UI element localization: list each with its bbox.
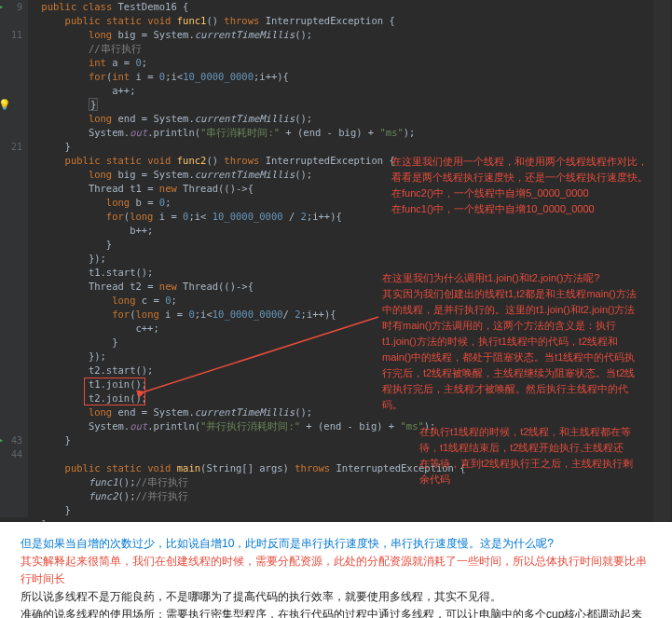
comment-serial: //串行执行 (89, 43, 142, 54)
minimap[interactable] (653, 0, 670, 522)
annotation-1: 在这里我们使用一个线程，和使用两个线程线程作对比，看看是两个线程执行速度快，还是… (391, 154, 652, 217)
footer-notes: 但是如果当自增的次数过少，比如说自增10，此时反而是串行执行速度快，串行执行速度… (0, 522, 672, 618)
line-gutter: 9▶11💡2143▶44 (0, 0, 28, 517)
cursor-highlight: } (89, 98, 98, 111)
join-t2: t2.join(); (89, 392, 147, 404)
main-name: main (177, 462, 200, 474)
code-editor[interactable]: 9▶11💡2143▶44 public class TestDemo16 { p… (0, 0, 672, 522)
footer-line-1: 但是如果当自增的次数过少，比如说自增10，此时反而是串行执行速度快，串行执行速度… (21, 535, 651, 553)
footer-line-4: 准确的说多线程的使用场所：需要执行密集型程序，在执行代码的过程中通过多线程，可以… (21, 606, 651, 618)
join-t1: t1.join(); (89, 378, 147, 390)
footer-line-3: 所以说多线程不是万能良药，不是哪哪为了提高代码的执行效率，就要使用多线程，其实不… (21, 588, 651, 606)
annotation-3: 在执行t1线程的时候，t2线程，和主线程都在等待，t1线程结束后，t2线程开始执… (419, 424, 634, 488)
annotation-2: 在这里我们为什么调用t1.join()和t2.join()方法呢?其实因为我们创… (382, 270, 643, 413)
footer-line-2: 其实解释起来很简单，我们在创建线程的时候，需要分配资源，此处的分配资源就消耗了一… (21, 553, 651, 588)
kw-public: public (41, 1, 76, 12)
func1-name: func1 (177, 15, 207, 26)
func2-name: func2 (177, 155, 207, 166)
